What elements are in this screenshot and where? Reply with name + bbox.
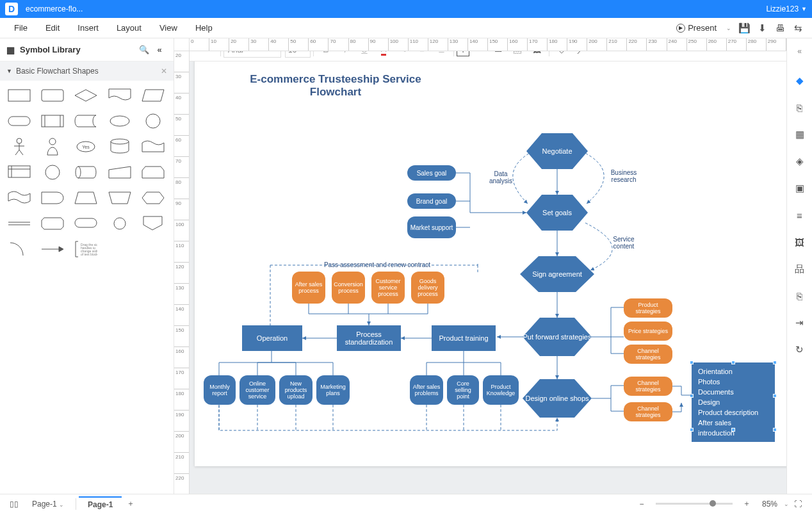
shape-pill[interactable]	[72, 214, 100, 233]
node-product-strategies[interactable]: Product strategies	[624, 298, 672, 318]
selection-handle[interactable]	[731, 428, 735, 432]
history-icon[interactable]: ↻	[791, 341, 809, 359]
zoom-dropdown[interactable]: ⌄	[784, 501, 789, 507]
node-brand-goal[interactable]: Brand goal	[407, 193, 456, 209]
node-customer-service-process[interactable]: Customer service process	[371, 272, 405, 304]
shape-terminator[interactable]	[5, 111, 33, 131]
node-channel-strategies-3[interactable]: Channel strategies	[624, 402, 672, 421]
shape-document[interactable]	[106, 86, 134, 105]
node-goods-delivery-process[interactable]: Goods delivery process	[411, 272, 444, 304]
menu-view[interactable]: View	[150, 19, 186, 37]
export-icon[interactable]: ⎘	[791, 99, 809, 117]
shape-cylinder-h[interactable]	[72, 163, 100, 182]
shape-offpage[interactable]	[139, 214, 167, 233]
node-online-customer-service[interactable]: Online customer service	[240, 375, 275, 405]
add-page-icon[interactable]: ＋	[122, 496, 140, 512]
slides-icon[interactable]: ▣	[791, 179, 809, 197]
node-channel-strategies[interactable]: Channel strategies	[624, 345, 672, 364]
print-icon[interactable]: 🖶	[771, 19, 789, 37]
shape-card[interactable]	[139, 137, 167, 156]
shape-diamond[interactable]	[72, 86, 100, 105]
node-design-shops[interactable]: Design online shops	[523, 379, 592, 418]
shape-tape[interactable]	[5, 188, 33, 208]
selection-handle[interactable]	[773, 428, 777, 432]
shape-annotation[interactable]: Drag the sidehandles tochange widthof te…	[72, 240, 100, 259]
style-icon[interactable]: ◆	[791, 72, 809, 90]
save-icon[interactable]: 💾	[735, 19, 753, 37]
shape-person[interactable]	[38, 137, 67, 156]
shape-circle3[interactable]	[106, 214, 134, 233]
image-icon[interactable]: 🖼	[791, 233, 809, 251]
node-market-support[interactable]: Market support	[407, 216, 456, 238]
shape-circle[interactable]	[139, 111, 167, 131]
shape-predefined[interactable]	[38, 111, 67, 131]
share-icon[interactable]: ⇆	[789, 19, 807, 37]
node-new-products-upload[interactable]: New products upload	[279, 375, 313, 405]
node-monthly-report[interactable]: Monthly report	[204, 375, 236, 405]
page-tab-1[interactable]: Page-1	[79, 496, 122, 512]
selection-handle[interactable]	[773, 361, 777, 364]
shape-delay[interactable]	[38, 188, 67, 208]
menu-layout[interactable]: Layout	[108, 19, 150, 37]
node-after-sales-problems[interactable]: After sales problems	[410, 375, 443, 405]
node-sign-agreement[interactable]: Sign agreement	[520, 256, 594, 292]
shape-rectangle[interactable]	[5, 86, 33, 105]
clipboard-icon[interactable]: ⎘	[791, 287, 809, 305]
shape-hexagon[interactable]	[139, 188, 167, 208]
zoom-slider[interactable]	[656, 503, 733, 505]
download-icon[interactable]: ⬇	[753, 19, 771, 37]
shape-ellipse[interactable]	[106, 111, 134, 131]
user-menu[interactable]: Lizzie123 ▼	[766, 4, 807, 13]
node-negotiate[interactable]: Negotiate	[526, 133, 588, 169]
selection-handle[interactable]	[731, 361, 735, 364]
node-product-knowledge[interactable]: Product Knowledge	[483, 375, 519, 405]
node-put-forward[interactable]: Put forward strategies	[523, 318, 592, 356]
node-price-strategies[interactable]: Price strategies	[624, 322, 672, 341]
node-after-sales-process[interactable]: After sales process	[292, 272, 325, 304]
node-operation[interactable]: Operation	[242, 325, 302, 351]
align-icon[interactable]: ⇥	[791, 314, 809, 332]
shape-yes-oval[interactable]: Yes	[72, 137, 100, 156]
node-core-selling-point[interactable]: Core selling point	[447, 375, 479, 405]
expand-rail-icon[interactable]: «	[791, 42, 809, 60]
outline-icon[interactable]: ▯▯	[5, 496, 23, 512]
node-sales-goal[interactable]: Sales goal	[407, 165, 456, 181]
tree-icon[interactable]: 品	[791, 260, 809, 278]
menu-insert[interactable]: Insert	[69, 19, 108, 37]
node-product-training[interactable]: Product training	[432, 325, 496, 351]
shape-circle2[interactable]	[38, 163, 67, 182]
node-conversion-process[interactable]: Conversion process	[332, 272, 365, 304]
search-icon[interactable]: 🔍	[136, 42, 152, 58]
shape-trapezoid2[interactable]	[106, 188, 134, 208]
shape-octagon-cut[interactable]	[38, 214, 67, 233]
present-button[interactable]: ▶ Present	[670, 20, 722, 36]
present-dropdown[interactable]: ⌄	[722, 25, 735, 31]
shape-arrow[interactable]	[38, 240, 67, 259]
canvas[interactable]: E-commerce Trusteeship Service Flowchart…	[190, 51, 786, 494]
page-dropdown[interactable]: Page-1 ⌄	[23, 497, 73, 511]
layers-icon[interactable]: ◈	[791, 152, 809, 170]
shape-arc[interactable]	[5, 240, 33, 259]
menu-file[interactable]: File	[5, 19, 37, 37]
fullscreen-icon[interactable]: ⛶	[789, 496, 807, 512]
shape-actor[interactable]	[5, 137, 33, 156]
data-icon[interactable]: ≡	[791, 206, 809, 224]
node-channel-strategies-2[interactable]: Channel strategies	[624, 377, 672, 396]
selection-handle[interactable]	[690, 394, 694, 398]
grid-icon[interactable]: ▦	[791, 126, 809, 143]
page[interactable]: E-commerce Trusteeship Service Flowchart…	[195, 56, 786, 466]
shape-line[interactable]	[5, 214, 33, 233]
shape-group-header[interactable]: ▼ Basic Flowchart Shapes ✕	[0, 61, 174, 81]
selection-handle[interactable]	[690, 361, 694, 364]
collapse-panel-icon[interactable]: «	[152, 42, 167, 58]
selection-handle[interactable]	[690, 428, 694, 432]
zoom-out-icon[interactable]: −	[633, 496, 651, 512]
node-set-goals[interactable]: Set goals	[526, 195, 588, 231]
selection-handle[interactable]	[773, 394, 777, 398]
zoom-in-icon[interactable]: ＋	[738, 496, 756, 512]
menu-help[interactable]: Help	[186, 19, 222, 37]
menu-edit[interactable]: Edit	[37, 19, 69, 37]
shape-manual-input[interactable]	[106, 163, 134, 182]
shape-internal-storage[interactable]	[5, 163, 33, 182]
node-process-std[interactable]: Process standardization	[337, 325, 401, 351]
